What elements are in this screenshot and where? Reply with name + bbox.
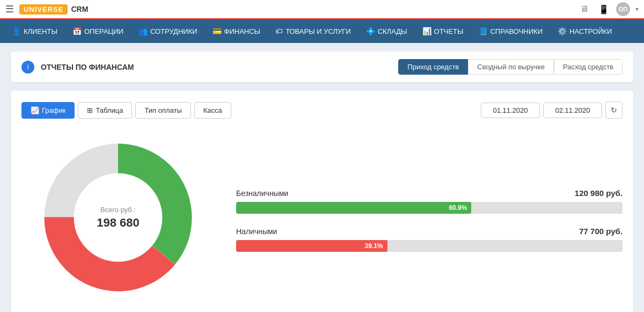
report-header-card: i ОТЧЕТЫ ПО ФИНАНСАМ Приход средств Свод…: [11, 52, 633, 82]
nav-label-clients: КЛИЕНТЫ: [24, 27, 57, 35]
operations-icon: 📅: [72, 27, 82, 35]
date-from-input[interactable]: [481, 103, 540, 118]
graph-button[interactable]: 📈 График: [21, 102, 75, 119]
nav-label-products: ТОВАРЫ И УСЛУГИ: [286, 27, 351, 35]
payment-type-label: Тип оплаты: [144, 106, 181, 114]
report-title: ОТЧЕТЫ ПО ФИНАНСАМ: [41, 63, 398, 71]
nav-item-products[interactable]: 🏷 ТОВАРЫ И УСЛУГИ: [269, 19, 357, 43]
report-info-icon: i: [21, 61, 34, 74]
nav-label-finance: ФИНАНСЫ: [224, 27, 261, 35]
chevron-down-icon[interactable]: ▾: [635, 5, 639, 13]
logo-crm: CRM: [71, 5, 88, 13]
legend-header-cash: Наличными 77 700 руб.: [236, 227, 623, 236]
reference-icon: 📘: [478, 27, 487, 35]
graph-icon: 📈: [31, 106, 39, 114]
nav-item-operations[interactable]: 📅 ОПЕРАЦИИ: [66, 19, 130, 43]
nav-item-reference[interactable]: 📘 СПРАВОЧНИКИ: [472, 19, 549, 43]
settings-icon: ⚙️: [558, 27, 567, 35]
nav-item-warehouses[interactable]: 💠 СКЛАДЫ: [360, 19, 414, 43]
cashbox-label: Касса: [203, 106, 222, 114]
nav-item-settings[interactable]: ⚙️ НАСТРОЙКИ: [551, 19, 618, 43]
legend-header-noncash: Безналичными 120 980 руб.: [236, 188, 623, 198]
date-to-input[interactable]: [543, 103, 602, 118]
nav-label-warehouses: СКЛАДЫ: [378, 27, 407, 35]
nav-label-reports: ОТЧЕТЫ: [434, 27, 464, 35]
avatar[interactable]: ОП: [616, 2, 630, 16]
reports-icon: 📊: [422, 27, 431, 35]
nav-bar: 👤 КЛИЕНТЫ 📅 ОПЕРАЦИИ 👥 СОТРУДНИКИ 💳 ФИНА…: [0, 19, 644, 43]
progress-pct-noncash: 60.9%: [449, 204, 467, 212]
donut-value: 198 680: [97, 216, 140, 230]
legend-amount-noncash: 120 980 руб.: [575, 188, 623, 198]
tab-income[interactable]: Приход средств: [398, 59, 468, 75]
refresh-icon: ↻: [611, 106, 617, 114]
nav-item-employees[interactable]: 👥 СОТРУДНИКИ: [132, 19, 204, 43]
table-label: Таблица: [96, 106, 123, 114]
legend-name-cash: Наличными: [236, 227, 277, 236]
donut-label: Всего руб.:: [97, 206, 140, 214]
top-icons: 🖥 📱 ОП ▾: [577, 2, 639, 16]
payment-type-button[interactable]: Тип оплаты: [135, 102, 191, 119]
products-icon: 🏷: [275, 27, 283, 35]
chart-card: 📈 График ⊞ Таблица Тип оплаты Касса ↻: [11, 91, 633, 312]
nav-label-settings: НАСТРОЙКИ: [569, 27, 612, 35]
logo-universe: UNIVERSE: [19, 4, 68, 14]
progress-bar-bg-noncash: 60.9%: [236, 202, 623, 214]
legend-item-noncash: Безналичными 120 980 руб. 60.9%: [236, 188, 623, 214]
progress-bar-fill-noncash: 60.9%: [236, 202, 471, 214]
legend-name-noncash: Безналичными: [236, 189, 288, 198]
cashbox-button[interactable]: Касса: [194, 102, 231, 119]
donut-center: Всего руб.: 198 680: [97, 206, 140, 230]
table-icon: ⊞: [87, 106, 93, 114]
phone-icon[interactable]: 📱: [597, 2, 611, 16]
top-bar: ☰ UNIVERSE CRM 🖥 📱 ОП ▾: [0, 0, 644, 19]
legend-amount-cash: 77 700 руб.: [579, 227, 623, 236]
progress-bar-fill-cash: 39.1%: [236, 240, 387, 252]
clients-icon: 👤: [12, 27, 21, 35]
legend-area: Безналичными 120 980 руб. 60.9% Наличным…: [236, 183, 623, 252]
legend-item-cash: Наличными 77 700 руб. 39.1%: [236, 227, 623, 252]
refresh-button[interactable]: ↻: [605, 101, 623, 119]
nav-item-reports[interactable]: 📊 ОТЧЕТЫ: [416, 19, 470, 43]
donut-chart: Всего руб.: 198 680: [21, 132, 215, 303]
table-button[interactable]: ⊞ Таблица: [78, 102, 132, 119]
nav-label-operations: ОПЕРАЦИИ: [84, 27, 123, 35]
nav-label-reference: СПРАВОЧНИКИ: [490, 27, 543, 35]
finance-icon: 💳: [213, 27, 222, 35]
monitor-icon[interactable]: 🖥: [577, 2, 591, 16]
progress-bar-bg-cash: 39.1%: [236, 240, 623, 252]
nav-label-employees: СОТРУДНИКИ: [150, 27, 197, 35]
chart-body: Всего руб.: 198 680 Безналичными 120 980…: [21, 132, 623, 303]
progress-pct-cash: 39.1%: [364, 242, 383, 250]
tab-revenue[interactable]: Сводный по выручке: [468, 59, 554, 75]
hamburger-icon[interactable]: ☰: [5, 3, 14, 15]
chart-toolbar: 📈 График ⊞ Таблица Тип оплаты Касса ↻: [21, 101, 623, 119]
employees-icon: 👥: [138, 27, 148, 35]
graph-label: График: [42, 106, 65, 114]
warehouses-icon: 💠: [366, 27, 375, 35]
tab-expense[interactable]: Расход средств: [554, 59, 623, 75]
report-tabs: Приход средств Сводный по выручке Расход…: [398, 59, 623, 75]
nav-item-finance[interactable]: 💳 ФИНАНСЫ: [206, 19, 267, 43]
content-area: i ОТЧЕТЫ ПО ФИНАНСАМ Приход средств Свод…: [0, 43, 644, 312]
nav-item-clients[interactable]: 👤 КЛИЕНТЫ: [5, 19, 64, 43]
